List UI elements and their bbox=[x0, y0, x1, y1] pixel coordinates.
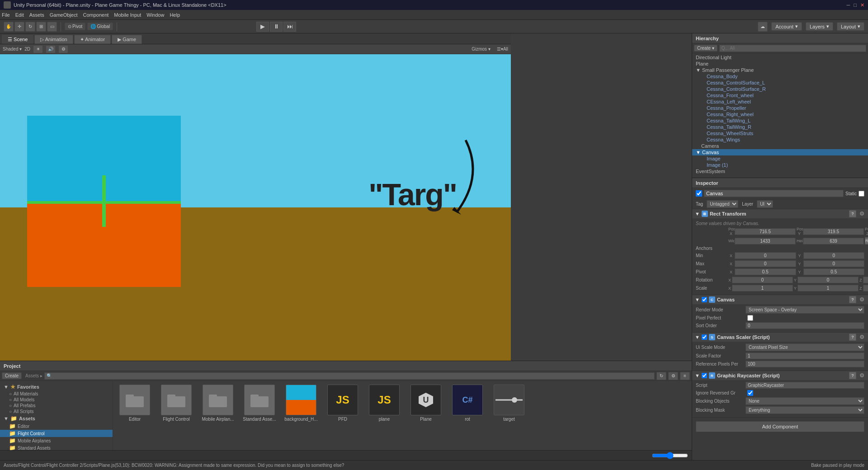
graphic-raycaster-r-btn[interactable]: ? bbox=[849, 372, 856, 379]
scale-tool[interactable]: ⊞ bbox=[36, 22, 46, 32]
proj-all-materials[interactable]: ○ All Materials bbox=[0, 391, 113, 397]
hier-directional-light[interactable]: Directional Light bbox=[692, 54, 868, 61]
pos-x-field[interactable] bbox=[735, 228, 796, 235]
project-zoom-slider[interactable] bbox=[652, 452, 688, 459]
render-mode-select[interactable]: Screen Space - Overlay bbox=[745, 306, 864, 314]
script-field[interactable] bbox=[745, 382, 864, 389]
sort-order-field[interactable] bbox=[745, 322, 864, 329]
pixel-perfect-checkbox[interactable] bbox=[747, 315, 753, 321]
rect-transform-header[interactable]: ▼ ⊞ Rect Transform ? ⚙ bbox=[692, 209, 868, 218]
scene-light-btn[interactable]: ☀ bbox=[33, 45, 43, 53]
shading-dropdown[interactable]: Shaded ▾ bbox=[3, 47, 22, 52]
menu-gameobject[interactable]: GameObject bbox=[50, 12, 78, 18]
height-field[interactable] bbox=[803, 238, 864, 244]
hier-canvas[interactable]: ▼ Canvas bbox=[692, 149, 868, 155]
rot-x-field[interactable] bbox=[732, 277, 793, 283]
canvas-r-btn[interactable]: ? bbox=[849, 296, 856, 303]
hier-plane[interactable]: Plane bbox=[692, 61, 868, 67]
asset-pfd[interactable]: JS PFD bbox=[325, 385, 361, 422]
canvas-scaler-r-btn[interactable]: ? bbox=[849, 334, 856, 341]
graphic-raycaster-header[interactable]: ▼ R Graphic Raycaster (Script) ? ⚙ bbox=[692, 371, 868, 380]
canvas-scaler-header[interactable]: ▼ S Canvas Scaler (Script) ? ⚙ bbox=[692, 333, 868, 342]
layer-select[interactable]: UI bbox=[757, 200, 773, 208]
project-search[interactable] bbox=[44, 372, 655, 380]
ui-scale-mode-select[interactable]: Constant Pixel Size bbox=[745, 343, 864, 351]
asset-flight-control[interactable]: Flight Control bbox=[158, 385, 194, 422]
hier-cessna-right-wheel[interactable]: Cessna_Right_wheel bbox=[692, 111, 868, 118]
asset-standard[interactable]: Standard Asse... bbox=[241, 385, 278, 422]
pos-y-field[interactable] bbox=[803, 228, 864, 235]
min-y-field[interactable] bbox=[803, 252, 865, 259]
rect-transform-r-btn[interactable]: ? bbox=[849, 210, 856, 217]
menu-assets[interactable]: Assets bbox=[29, 12, 44, 18]
hier-cessna-controlsurface-r[interactable]: Cessna_ControlSurface_R bbox=[692, 86, 868, 92]
menu-help[interactable]: Help bbox=[170, 12, 180, 18]
hier-cessna-tailwing-r[interactable]: Cessna_TailWing_R bbox=[692, 124, 868, 130]
pause-button[interactable]: ⏸ bbox=[270, 22, 283, 32]
rotate-tool[interactable]: ↻ bbox=[25, 22, 35, 32]
global-button[interactable]: 🌐 Global bbox=[87, 23, 113, 30]
menu-edit[interactable]: Edit bbox=[15, 12, 24, 18]
hier-cessna-body[interactable]: Cessna_Body bbox=[692, 73, 868, 80]
canvas-component-header[interactable]: ▼ C Canvas ? ⚙ bbox=[692, 295, 868, 304]
object-name-field[interactable] bbox=[704, 190, 844, 197]
menu-file[interactable]: File bbox=[2, 12, 10, 18]
account-dropdown[interactable]: Account ▾ bbox=[771, 22, 802, 31]
menu-component[interactable]: Component bbox=[83, 12, 108, 18]
hier-create-btn[interactable]: Create ▾ bbox=[694, 45, 717, 52]
proj-all-scripts[interactable]: ○ All Scripts bbox=[0, 409, 113, 414]
blocking-mask-select[interactable]: Everything bbox=[745, 406, 864, 414]
scale-factor-field[interactable] bbox=[745, 352, 864, 359]
hier-cessna-wheelstruts[interactable]: Cessna_WheelStruts bbox=[692, 130, 868, 136]
asset-target[interactable]: target bbox=[491, 385, 527, 422]
tab-game[interactable]: ▶ Game bbox=[112, 35, 142, 44]
tab-scene[interactable]: ☰ Scene bbox=[2, 35, 33, 44]
canvas-scaler-gear[interactable]: ⚙ bbox=[858, 334, 865, 341]
hier-image[interactable]: Image bbox=[692, 155, 868, 162]
graphic-raycaster-gear[interactable]: ⚙ bbox=[858, 372, 865, 379]
proj-standard-assets[interactable]: 📁 Standard Assets bbox=[0, 444, 113, 450]
hier-cessna-wings[interactable]: Cessna_Wings bbox=[692, 136, 868, 143]
play-button[interactable]: ▶ bbox=[256, 22, 269, 32]
rot-y-field[interactable] bbox=[797, 277, 859, 283]
ref-pixels-field[interactable] bbox=[745, 361, 864, 367]
close-btn[interactable]: ✕ bbox=[860, 2, 864, 8]
blocking-objects-select[interactable]: None bbox=[745, 397, 864, 405]
hier-camera[interactable]: Camera bbox=[692, 143, 868, 149]
scene-fx-btn[interactable]: ⚙ bbox=[58, 45, 68, 53]
hier-small-passenger-plane[interactable]: ▼ Small Passenger Plane bbox=[692, 67, 868, 73]
ignore-reversed-checkbox[interactable] bbox=[747, 390, 753, 396]
hier-eventsystem[interactable]: EventSystem bbox=[692, 168, 868, 174]
min-x-field[interactable] bbox=[735, 252, 796, 259]
step-button[interactable]: ⏭ bbox=[283, 22, 296, 32]
pivot-y-field[interactable] bbox=[803, 268, 865, 275]
max-x-field[interactable] bbox=[735, 260, 796, 267]
project-menu[interactable]: ≡ bbox=[680, 372, 690, 380]
maximize-btn[interactable]: □ bbox=[854, 2, 857, 8]
hier-search[interactable] bbox=[719, 45, 866, 52]
hier-cessna-tailwing-l[interactable]: Cessna_TailWing_L bbox=[692, 118, 868, 124]
asset-editor[interactable]: Editor bbox=[117, 385, 153, 422]
asset-rot[interactable]: C# rot bbox=[449, 385, 486, 422]
hier-cessna-controlsurface-l[interactable]: Cessna_ControlSurface_L bbox=[692, 80, 868, 86]
scene-audio-btn[interactable]: 🔊 bbox=[46, 45, 56, 53]
scale-x-field[interactable] bbox=[732, 285, 793, 291]
favorites-section[interactable]: ▼ ★ Favorites bbox=[0, 383, 113, 391]
tab-animator[interactable]: ✦ Animator bbox=[74, 35, 111, 44]
asset-background[interactable]: background_H... bbox=[283, 385, 319, 422]
layers-dropdown[interactable]: Layers ▾ bbox=[806, 22, 833, 31]
rect-tool[interactable]: ▭ bbox=[47, 22, 57, 32]
rot-z-field[interactable] bbox=[863, 277, 868, 283]
layout-dropdown[interactable]: Layout ▾ bbox=[837, 22, 864, 31]
scale-y-field[interactable] bbox=[797, 285, 859, 291]
gizmos-dropdown[interactable]: Gizmos ▾ bbox=[472, 47, 491, 52]
menu-window[interactable]: Window bbox=[146, 12, 164, 18]
proj-all-prefabs[interactable]: ○ All Prefabs bbox=[0, 403, 113, 409]
canvas-scaler-checkbox[interactable] bbox=[702, 334, 707, 340]
rect-transform-gear[interactable]: ⚙ bbox=[858, 210, 865, 217]
wh-r-btn[interactable]: R bbox=[865, 237, 868, 244]
canvas-enabled-checkbox[interactable] bbox=[702, 297, 707, 302]
scale-z-field[interactable] bbox=[863, 285, 868, 291]
project-settings[interactable]: ⚙ bbox=[668, 372, 678, 380]
2d-toggle[interactable]: 2D bbox=[24, 47, 30, 52]
